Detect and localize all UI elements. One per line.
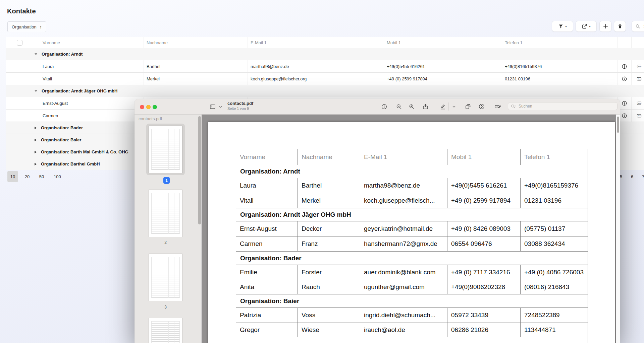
page-number-7[interactable]: 7: [642, 171, 644, 182]
sidebar-scrollbar[interactable]: [198, 116, 201, 224]
pdf-data-row: Ernst-August Decker geyer.katrin@hotmail…: [236, 221, 588, 236]
pdf-scrollbar-thumb[interactable]: [617, 117, 619, 133]
share-icon: [422, 104, 429, 110]
maximize-window-button[interactable]: [153, 105, 157, 109]
mini-table-preview: [151, 193, 180, 234]
select-all-cell: [6, 37, 30, 48]
page-number-6[interactable]: 6: [631, 171, 633, 182]
thumbnail-page-2[interactable]: [149, 190, 182, 237]
trash-icon: [618, 23, 623, 29]
pdf-header-email: E-Mail 1: [360, 149, 447, 165]
row-select-cell: [6, 110, 30, 122]
page-size-20[interactable]: 20: [22, 171, 33, 182]
expand-group-icon[interactable]: [35, 127, 37, 129]
expand-group-icon[interactable]: [35, 139, 37, 141]
cell-mobil: +49(0)5455 616261: [384, 60, 502, 72]
select-all-checkbox[interactable]: [17, 40, 22, 46]
pdf-thumbnail-sidebar: contacts.pdf 1 2 3: [135, 115, 202, 343]
pdf-markup-button[interactable]: [477, 102, 486, 111]
cell-vorname: Laura: [30, 60, 144, 72]
row-info-button[interactable]: [618, 60, 632, 72]
page-number-5[interactable]: 5: [620, 171, 622, 182]
row-info-button[interactable]: [618, 73, 632, 85]
markup-pen-circle-icon: [478, 103, 485, 110]
pdf-fill-sign-button[interactable]: [493, 102, 502, 111]
pdf-rotate-button[interactable]: [464, 102, 472, 111]
collapse-group-icon[interactable]: [35, 90, 37, 92]
group-row-arndt[interactable]: Organisation: Arndt: [6, 48, 644, 60]
pdf-zoom-in-button[interactable]: [407, 102, 416, 111]
thumbnail-page-4[interactable]: [149, 318, 182, 343]
filter-button[interactable]: ▾: [552, 21, 573, 32]
header-vorname: Vorname: [30, 37, 144, 48]
app-search-input[interactable]: [643, 23, 644, 29]
pdf-scrollbar-track[interactable]: [616, 115, 620, 343]
thumbnail-page-label: 3: [149, 305, 182, 310]
row-docx-export-button[interactable]: docx: [632, 97, 644, 109]
pdf-data-row: Vitali Merkel koch.giuseppe@fleisch... +…: [236, 193, 588, 208]
thumbnail-page-3[interactable]: [149, 254, 182, 301]
pdf-data-row: Carmen Franz hanshermann72@gmx.de 06554 …: [236, 236, 588, 251]
thumbnail-page-1[interactable]: [149, 126, 182, 173]
sort-chip-organisation[interactable]: Organisation ↑: [7, 21, 46, 32]
expand-group-icon[interactable]: [35, 163, 37, 165]
pdf-table: Vorname Nachname E-Mail 1 Mobil 1 Telefo…: [236, 149, 588, 343]
app-search[interactable]: [632, 21, 644, 32]
page-size-100[interactable]: 100: [51, 171, 64, 182]
export-button[interactable]: ▾: [576, 21, 597, 32]
info-icon: [622, 64, 627, 69]
cell-telefon: +49(0)8165159376: [502, 60, 618, 72]
group-row-arndt-jaeger[interactable]: Organisation: Arndt Jäger OHG mbH: [6, 85, 644, 97]
sidebar-options-button[interactable]: [218, 102, 223, 111]
expand-group-icon[interactable]: [35, 151, 37, 153]
row-select-cell: [6, 97, 30, 109]
add-contact-button[interactable]: [599, 21, 611, 32]
sidebar-icon: [209, 104, 216, 110]
row-docx-export-button[interactable]: docx: [632, 60, 644, 72]
delete-button[interactable]: [614, 21, 626, 32]
pdf-header-vorname: Vorname: [236, 149, 298, 165]
search-icon: [635, 24, 640, 29]
page-size-50[interactable]: 50: [36, 171, 47, 182]
pdf-highlight-button[interactable]: [438, 102, 447, 111]
svg-text:docx: docx: [637, 102, 641, 104]
row-docx-export-button[interactable]: docx: [632, 110, 644, 122]
minimize-window-button[interactable]: [146, 105, 151, 109]
pdf-search-input[interactable]: [518, 104, 600, 109]
pdf-zoom-out-button[interactable]: [394, 102, 403, 111]
pdf-highlight-options-button[interactable]: [451, 102, 457, 111]
svg-text:docx: docx: [637, 66, 641, 67]
row-docx-export-button[interactable]: docx: [632, 73, 644, 85]
pdf-page: Vorname Nachname E-Mail 1 Mobil 1 Telefo…: [208, 122, 615, 343]
sidebar-toggle-button[interactable]: [207, 102, 218, 111]
table-row-laura[interactable]: Laura Barthel martha98@benz.de +49(0)545…: [6, 60, 644, 73]
close-window-button[interactable]: [140, 105, 144, 109]
mini-table-preview: [151, 257, 180, 298]
collapse-group-icon[interactable]: [35, 53, 37, 55]
page-size-selector: 10 20 50 100: [7, 171, 64, 182]
highlight-pen-icon: [439, 103, 446, 110]
page-title: Kontakte: [7, 7, 36, 15]
mini-table-preview: [151, 129, 180, 170]
pdf-info-button[interactable]: [380, 102, 388, 111]
cell-mobil: +49 (0) 2599 917894: [384, 73, 502, 85]
info-icon: [622, 100, 627, 106]
cell-vorname: Vitali: [30, 73, 144, 85]
current-page-badge: 1: [163, 177, 170, 184]
docx-icon: docx: [636, 100, 642, 106]
page-size-10[interactable]: 10: [7, 171, 18, 182]
chevron-down-icon: [452, 105, 456, 109]
docx-icon: docx: [636, 113, 642, 119]
pdf-share-button[interactable]: [421, 102, 430, 111]
chevron-down-icon: [219, 105, 222, 109]
pdf-data-row: Patrizia Voss ingrid.diehl@schumach... 0…: [236, 307, 588, 323]
pdf-header-telefon: Telefon 1: [520, 149, 588, 165]
caret-down-icon: ▾: [565, 25, 567, 28]
pdf-content-area: Vorname Nachname E-Mail 1 Mobil 1 Telefo…: [202, 115, 620, 343]
info-icon: [381, 104, 387, 110]
pdf-group-row: Organisation: Arndt: [236, 165, 588, 178]
table-row-vitali[interactable]: Vitali Merkel koch.giuseppe@fleischer.or…: [6, 73, 644, 85]
docx-icon: docx: [636, 76, 642, 82]
pdf-search-field[interactable]: [508, 102, 618, 110]
svg-text:docx: docx: [637, 78, 641, 80]
